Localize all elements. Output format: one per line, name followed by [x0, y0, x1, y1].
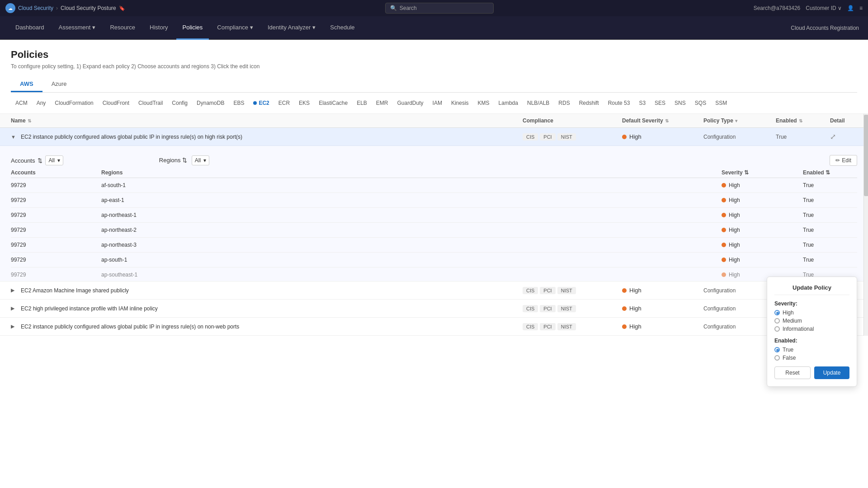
- th-compliance[interactable]: Compliance: [523, 117, 622, 124]
- radio-medium-label: Medium: [783, 318, 802, 324]
- nav-identity-analyzer[interactable]: Identity Analyzer ▾: [261, 16, 322, 40]
- tab-azure[interactable]: Azure: [42, 77, 76, 92]
- radio-true[interactable]: True: [774, 347, 849, 353]
- th-detail: Detail: [830, 117, 857, 124]
- detail-icon-1[interactable]: ⤢: [830, 132, 857, 141]
- service-cloudfront[interactable]: CloudFront: [98, 98, 134, 108]
- service-filter: ACM Any CloudFormation CloudFront CloudT…: [0, 93, 868, 114]
- update-button[interactable]: Update: [814, 366, 849, 379]
- nav-history[interactable]: History: [143, 16, 174, 40]
- service-ec2[interactable]: EC2: [249, 98, 274, 108]
- th-policy-type[interactable]: Policy Type ▾: [703, 117, 776, 124]
- expand-icon-2[interactable]: ▶: [11, 287, 17, 293]
- th-name-sort[interactable]: ⇅: [28, 118, 31, 123]
- radio-medium[interactable]: Medium: [774, 318, 849, 324]
- service-s3[interactable]: S3: [634, 98, 650, 108]
- policy-row-header-4[interactable]: ▶ EC2 instance publicly configured allow…: [0, 318, 868, 335]
- nav-resource[interactable]: Resource: [104, 16, 142, 40]
- service-iam[interactable]: IAM: [428, 98, 447, 108]
- severity-dot-1: [622, 135, 627, 139]
- policy-name-1: ▼ EC2 instance publicly configured allow…: [11, 134, 523, 140]
- service-config[interactable]: Config: [167, 98, 192, 108]
- row1-region: af-south-1: [101, 182, 722, 188]
- row7-sev-dot: [722, 272, 726, 277]
- service-ecr[interactable]: ECR: [274, 98, 294, 108]
- service-kinesis[interactable]: Kinesis: [447, 98, 473, 108]
- th-enabled-sort[interactable]: ⇅: [799, 118, 802, 123]
- policy-row-header-1[interactable]: ▼ EC2 instance publicly configured allow…: [0, 128, 868, 145]
- service-lambda[interactable]: Lambda: [494, 98, 523, 108]
- policy-row-header-2[interactable]: ▶ EC2 Amazon Machine Image shared public…: [0, 282, 868, 299]
- service-elb[interactable]: ELB: [352, 98, 372, 108]
- nav-compliance[interactable]: Compliance ▾: [211, 16, 259, 40]
- service-cloudformation[interactable]: CloudFormation: [50, 98, 98, 108]
- service-kms[interactable]: KMS: [473, 98, 494, 108]
- compliance-badges-3: CIS PCI NIST: [523, 305, 622, 312]
- service-nlbalb[interactable]: NLB/ALB: [523, 98, 554, 108]
- breadcrumb-root[interactable]: Cloud Security: [18, 5, 53, 11]
- row2-severity: High: [722, 197, 803, 203]
- nav-cloud-accounts[interactable]: Cloud Accounts Registration: [791, 25, 859, 31]
- service-eks[interactable]: EKS: [294, 98, 314, 108]
- sub-th-severity: Severity ⇅: [722, 169, 803, 176]
- th-policytype-sort[interactable]: ▾: [735, 118, 737, 123]
- row3-enabled: True: [803, 212, 857, 218]
- menu-icon[interactable]: ≡: [859, 5, 863, 11]
- expand-icon-3[interactable]: ▶: [11, 305, 17, 311]
- service-rds[interactable]: RDS: [554, 98, 574, 108]
- service-route53[interactable]: Route 53: [604, 98, 635, 108]
- service-any[interactable]: Any: [32, 98, 51, 108]
- service-guardduty[interactable]: GuardDuty: [393, 98, 428, 108]
- badge-cis-1: CIS: [523, 133, 538, 141]
- th-severity-sort[interactable]: ⇅: [665, 118, 669, 123]
- service-ebs[interactable]: EBS: [229, 98, 249, 108]
- bookmark-icon[interactable]: 🔖: [119, 5, 125, 11]
- service-ssm[interactable]: SSM: [711, 98, 731, 108]
- radio-informational[interactable]: Informational: [774, 326, 849, 332]
- service-emr[interactable]: EMR: [372, 98, 393, 108]
- scrollbar-track[interactable]: [863, 114, 868, 336]
- policy-name-text-1: EC2 instance publicly configured allows …: [21, 134, 242, 140]
- region-dropdown-arrow: ▾: [203, 157, 206, 164]
- expand-icon-1[interactable]: ▼: [11, 134, 17, 140]
- row6-region: ap-south-1: [101, 257, 722, 263]
- nav-dashboard[interactable]: Dashboard: [9, 16, 51, 40]
- policy-row-header-3[interactable]: ▶ EC2 high privileged instance profile w…: [0, 300, 868, 317]
- badge-nist-1: NIST: [557, 133, 576, 141]
- account-select[interactable]: All ▾: [45, 155, 63, 165]
- row5-sev-dot: [722, 243, 726, 247]
- data-row-4: 99729 ap-northeast-2 High True: [11, 223, 857, 238]
- reset-button[interactable]: Reset: [774, 366, 811, 379]
- nav-schedule[interactable]: Schedule: [324, 16, 361, 40]
- customer-id[interactable]: Customer ID ∨: [806, 5, 842, 11]
- service-dynamodb[interactable]: DynamoDB: [192, 98, 229, 108]
- expand-icon-4[interactable]: ▶: [11, 324, 17, 329]
- popup-severity-options: High Medium Informational: [774, 310, 849, 332]
- user-icon[interactable]: 👤: [847, 5, 854, 11]
- service-acm[interactable]: ACM: [11, 98, 32, 108]
- badge-nist-2: NIST: [557, 287, 576, 294]
- severity-dot-4: [622, 324, 627, 329]
- tab-aws[interactable]: AWS: [11, 77, 42, 92]
- th-detail-label: Detail: [830, 117, 845, 124]
- radio-high[interactable]: High: [774, 310, 849, 316]
- service-redshift[interactable]: Redshift: [575, 98, 604, 108]
- th-severity[interactable]: Default Severity ⇅: [622, 117, 703, 124]
- edit-button[interactable]: ✏ Edit: [830, 155, 857, 166]
- search-bar[interactable]: 🔍 Search: [385, 3, 494, 14]
- nav-policies[interactable]: Policies: [176, 16, 209, 40]
- nav-assessment[interactable]: Assessment ▾: [52, 16, 102, 40]
- service-cloudtrail[interactable]: CloudTrail: [134, 98, 167, 108]
- service-elasticache[interactable]: ElastiCache: [314, 98, 352, 108]
- service-sqs[interactable]: SQS: [690, 98, 711, 108]
- service-sns[interactable]: SNS: [670, 98, 690, 108]
- th-policytype-label: Policy Type: [703, 117, 733, 124]
- page-title: Policies: [11, 49, 857, 61]
- th-enabled[interactable]: Enabled ⇅: [776, 117, 830, 124]
- th-name[interactable]: Name ⇅: [11, 117, 523, 124]
- radio-false[interactable]: False: [774, 355, 849, 361]
- service-ses[interactable]: SES: [650, 98, 670, 108]
- region-select[interactable]: All ▾: [192, 155, 209, 165]
- scrollbar-thumb[interactable]: [864, 115, 868, 196]
- page-content: Policies To configure policy setting, 1)…: [0, 40, 868, 488]
